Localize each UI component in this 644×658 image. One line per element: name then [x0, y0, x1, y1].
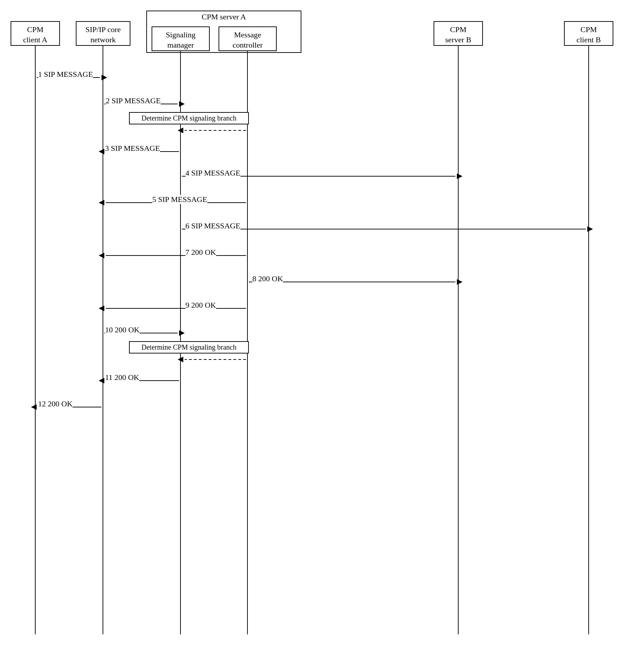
- msg1-arrowhead: [102, 75, 107, 80]
- msg1-label: 1 SIP MESSAGE: [38, 70, 93, 79]
- msg8-arrowhead: [457, 279, 462, 285]
- sequence-svg: [0, 0, 644, 658]
- msg4-arrowhead: [457, 173, 462, 179]
- msg3-arrowhead: [99, 149, 104, 154]
- determine-branch-box-2: Determine CPM signaling branch: [129, 341, 249, 353]
- msg5-arrowhead: [99, 200, 104, 205]
- msg11-label: 11 200 OK: [105, 373, 139, 382]
- msg12-arrowhead: [31, 404, 37, 410]
- msg8-label: 8 200 OK: [252, 274, 283, 283]
- msg5-label: 5 SIP MESSAGE: [152, 195, 207, 204]
- msg9-arrowhead: [99, 306, 104, 311]
- msg6-arrowhead: [587, 226, 593, 232]
- msg7-label: 7 200 OK: [185, 248, 216, 257]
- msg2-arrowhead: [179, 101, 185, 107]
- sequence-diagram: CPM server A CPMclient A SIP/IP corenetw…: [0, 0, 644, 658]
- msg10-arrowhead: [179, 330, 185, 336]
- msg7-arrowhead: [99, 253, 104, 258]
- msg4-label: 4 SIP MESSAGE: [185, 168, 240, 178]
- msg2-label: 2 SIP MESSAGE: [106, 96, 161, 105]
- msg3-label: 3 SIP MESSAGE: [105, 144, 160, 153]
- determine-branch-box-1: Determine CPM signaling branch: [129, 112, 249, 124]
- msg9-label: 9 200 OK: [185, 301, 216, 310]
- msg11-arrowhead: [99, 378, 104, 383]
- msg10-label: 10 200 OK: [105, 325, 140, 334]
- msg6-label: 6 SIP MESSAGE: [185, 221, 240, 230]
- msg12-label: 12 200 OK: [38, 399, 73, 408]
